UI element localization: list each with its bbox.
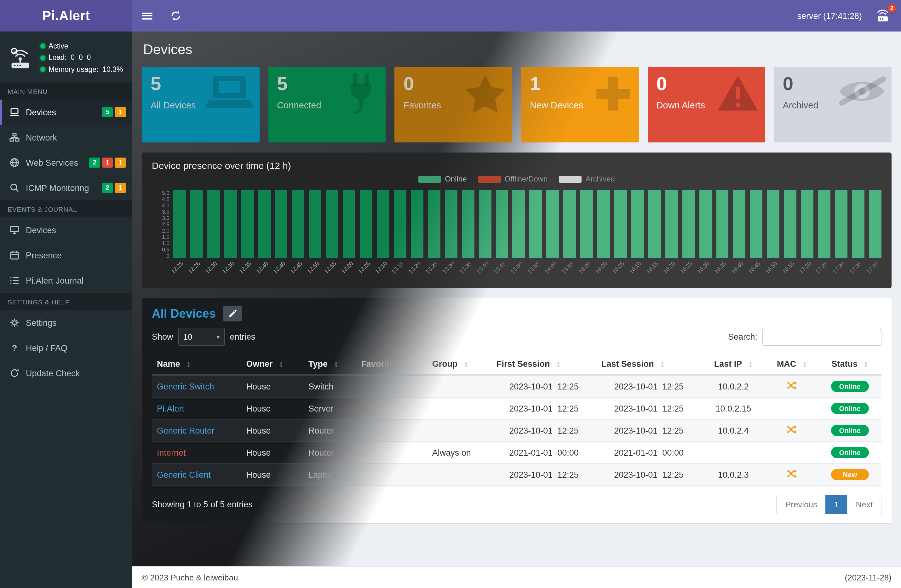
chart-bar <box>597 190 610 258</box>
column-header-last-session[interactable]: Last Session▲▼ <box>596 354 701 375</box>
chart-bar <box>241 190 254 258</box>
sidebar-item-web-services[interactable]: Web Services 2 1 1 <box>0 150 132 175</box>
devices-table-panel: All Devices Show 10 ▾ entries Search: <box>142 298 892 523</box>
card-down-alerts[interactable]: 0 Down Alerts <box>647 67 765 142</box>
table-row[interactable]: Pi.Alert House Server 2023-10-01 12:25 2… <box>152 397 881 420</box>
chart-legend: Online Offline/Down Archived <box>152 175 881 183</box>
chart-xlabel: 16:40 <box>733 258 746 285</box>
chart-bar <box>207 190 220 258</box>
card-new-devices[interactable]: 1 New Devices <box>521 67 639 142</box>
chart-xlabel: 16:25 <box>682 258 695 285</box>
presence-chart-panel: Device presence over time (12 h) Online … <box>142 153 892 288</box>
card-all-devices[interactable]: 5 All Devices <box>142 67 259 142</box>
owner-cell: House <box>241 441 304 463</box>
online-swatch-icon <box>418 176 441 182</box>
first-session-cell: 2021-01-01 00:00 <box>491 441 596 463</box>
chart-bar <box>869 190 881 258</box>
chart-xlabel: 16:05 <box>614 258 627 285</box>
column-label: Last Session <box>602 359 654 369</box>
sidebar-item-devices[interactable]: Devices 5 1 <box>0 100 132 125</box>
chart-xlabel: 17:20 <box>801 258 814 285</box>
column-header-last-ip[interactable]: Last IP▲▼ <box>701 354 765 375</box>
chart-bar <box>360 190 373 258</box>
legend-archived[interactable]: Archived <box>559 175 615 183</box>
chart-xlabel: 13:00 <box>343 258 355 285</box>
column-label: Last IP <box>714 359 742 369</box>
legend-offline[interactable]: Offline/Down <box>478 175 548 183</box>
count-badge: 1 <box>102 158 113 168</box>
column-header-mac[interactable]: MAC▲▼ <box>765 354 818 375</box>
sidebar-item-label: Web Services <box>26 158 78 167</box>
sidebar-item-icmp-monitoring[interactable]: ICMP Monitoring 2 1 <box>0 175 132 200</box>
column-header-name[interactable]: Name▲▼ <box>152 354 241 375</box>
device-link[interactable]: Internet <box>157 448 186 457</box>
sidebar-toggle-button[interactable] <box>132 0 161 31</box>
sidebar-item-network[interactable]: Network <box>0 125 132 150</box>
entries-select[interactable]: 10 ▾ <box>178 328 225 346</box>
server-clock: server (17:41:28) <box>797 11 862 20</box>
badges: 2 1 <box>102 183 126 193</box>
card-connected[interactable]: 5 Connected <box>268 67 386 142</box>
archived-swatch-icon <box>559 176 581 182</box>
brand-logo[interactable]: Pi.Alert <box>0 0 132 31</box>
chart-bar <box>445 190 457 258</box>
sort-icon: ▲▼ <box>660 361 665 368</box>
page-1-button[interactable]: 1 <box>825 495 848 514</box>
chart-bar <box>682 190 695 258</box>
column-label: Favorite <box>361 359 394 369</box>
offline-swatch-icon <box>478 176 501 182</box>
column-header-type[interactable]: Type▲▼ <box>303 354 356 375</box>
edit-button[interactable] <box>223 306 242 321</box>
card-favorites[interactable]: 0 Favorites <box>395 67 512 142</box>
sidebar-item-settings[interactable]: Settings <box>0 310 132 335</box>
table-row[interactable]: Internet House Router Always on 2021-01-… <box>152 441 881 463</box>
column-header-first-session[interactable]: First Session▲▼ <box>491 354 596 375</box>
chart-bar <box>767 190 780 258</box>
card-archived[interactable]: 0 Archived <box>774 67 892 142</box>
chart-bar <box>258 190 271 258</box>
first-session-cell: 2023-10-01 12:25 <box>491 397 596 420</box>
refresh-button[interactable] <box>161 0 190 31</box>
chart-bar <box>547 190 559 258</box>
chart-bar <box>563 190 576 258</box>
chart-bar <box>275 190 288 258</box>
table-row[interactable]: Generic Client House Laptop 2023-10-01 1… <box>152 463 881 486</box>
shuffle-icon <box>787 381 797 390</box>
device-link[interactable]: Generic Router <box>157 426 215 435</box>
next-page-button[interactable]: Next <box>847 495 881 514</box>
sidebar-item-journal[interactable]: Pi.Alert Journal <box>0 268 132 293</box>
sidebar-item-devices-events[interactable]: Devices <box>0 217 132 243</box>
device-link[interactable]: Generic Client <box>157 470 211 479</box>
status-badge: New <box>831 469 869 480</box>
sidebar-item-update-check[interactable]: Update Check <box>0 360 132 386</box>
badges: 5 1 <box>102 107 126 117</box>
chart-bar <box>479 190 491 258</box>
chart-bar <box>224 190 237 258</box>
chart-xlabel: 12:45 <box>292 258 305 285</box>
sort-icon: ▲▼ <box>748 361 753 368</box>
chart-bar <box>428 190 440 258</box>
device-link[interactable]: Pi.Alert <box>157 404 184 413</box>
sort-icon: ▲▼ <box>556 361 561 368</box>
legend-online[interactable]: Online <box>418 175 466 183</box>
chart-ytick: 1.5 <box>162 234 170 240</box>
column-header-status[interactable]: Status▲▼ <box>818 354 882 375</box>
chart-ytick: 3.5 <box>162 209 170 215</box>
table-row[interactable]: Generic Switch House Switch 2023-10-01 1… <box>152 375 881 397</box>
sidebar-item-help-faq[interactable]: ? Help / FAQ <box>0 335 132 360</box>
search-input[interactable] <box>762 328 881 346</box>
sidebar-section-settings-help: SETTINGS & HELP <box>0 293 132 310</box>
device-link[interactable]: Generic Switch <box>157 382 214 391</box>
previous-page-button[interactable]: Previous <box>776 495 826 514</box>
chart-xlabel: 12:25 <box>173 258 186 285</box>
column-header-favorite[interactable]: Favorite▲▼ <box>356 354 427 375</box>
column-label: Type <box>309 359 327 369</box>
chart-bar <box>818 190 831 258</box>
sidebar-item-presence[interactable]: Presence <box>0 243 132 268</box>
count-badge: 5 <box>102 107 113 117</box>
column-header-owner[interactable]: Owner▲▼ <box>241 354 304 375</box>
table-row[interactable]: Generic Router House Router 2023-10-01 1… <box>152 420 881 441</box>
device-alerts-button[interactable]: 2 <box>874 8 891 23</box>
column-header-group[interactable]: Group▲▼ <box>427 354 491 375</box>
eye-slash-icon <box>837 73 887 112</box>
